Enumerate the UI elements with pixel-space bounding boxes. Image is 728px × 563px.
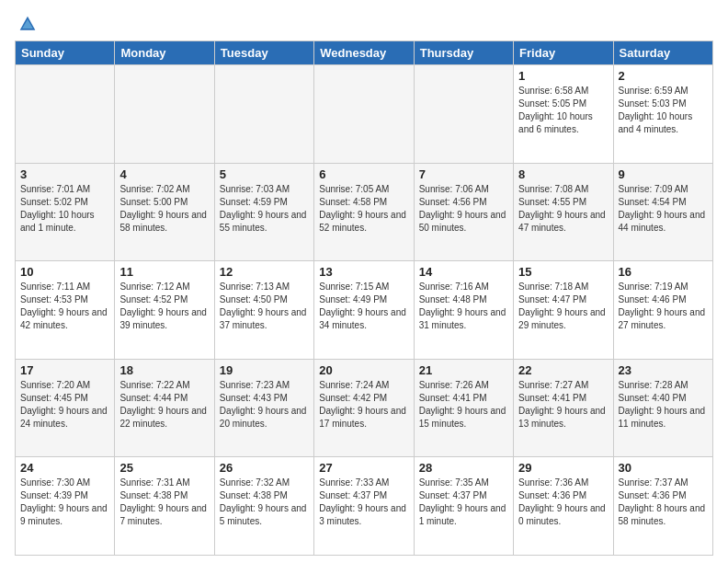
day-info: Sunrise: 7:03 AM Sunset: 4:59 PM Dayligh… bbox=[220, 183, 309, 235]
day-number: 8 bbox=[518, 167, 608, 181]
calendar-cell: 16Sunrise: 7:19 AM Sunset: 4:46 PM Dayli… bbox=[613, 261, 712, 360]
calendar-cell: 4Sunrise: 7:02 AM Sunset: 5:00 PM Daylig… bbox=[115, 163, 214, 261]
calendar-cell: 3Sunrise: 7:01 AM Sunset: 5:02 PM Daylig… bbox=[16, 163, 115, 261]
day-number: 26 bbox=[220, 461, 309, 475]
day-info: Sunrise: 7:05 AM Sunset: 4:58 PM Dayligh… bbox=[319, 183, 408, 235]
day-number: 30 bbox=[619, 461, 708, 475]
day-info: Sunrise: 7:35 AM Sunset: 4:37 PM Dayligh… bbox=[419, 477, 508, 528]
weekday-header-wednesday: Wednesday bbox=[314, 41, 414, 65]
day-info: Sunrise: 7:20 AM Sunset: 4:45 PM Dayligh… bbox=[20, 379, 109, 431]
day-number: 3 bbox=[20, 167, 109, 181]
day-number: 9 bbox=[619, 167, 708, 181]
weekday-header-saturday: Saturday bbox=[613, 41, 712, 65]
day-info: Sunrise: 7:19 AM Sunset: 4:46 PM Dayligh… bbox=[619, 281, 708, 332]
calendar-cell: 6Sunrise: 7:05 AM Sunset: 4:58 PM Daylig… bbox=[314, 163, 414, 261]
day-info: Sunrise: 7:02 AM Sunset: 5:00 PM Dayligh… bbox=[119, 183, 209, 235]
calendar-cell: 1Sunrise: 6:58 AM Sunset: 5:05 PM Daylig… bbox=[514, 65, 613, 164]
calendar-cell: 30Sunrise: 7:37 AM Sunset: 4:36 PM Dayli… bbox=[613, 457, 712, 556]
day-number: 11 bbox=[119, 265, 209, 279]
day-number: 27 bbox=[319, 461, 408, 475]
day-info: Sunrise: 7:18 AM Sunset: 4:47 PM Dayligh… bbox=[518, 281, 608, 332]
calendar-cell: 25Sunrise: 7:31 AM Sunset: 4:38 PM Dayli… bbox=[115, 457, 214, 556]
calendar-cell: 8Sunrise: 7:08 AM Sunset: 4:55 PM Daylig… bbox=[514, 163, 613, 261]
calendar-cell bbox=[115, 65, 214, 164]
day-number: 23 bbox=[619, 363, 708, 377]
day-number: 1 bbox=[518, 69, 608, 83]
day-info: Sunrise: 7:06 AM Sunset: 4:56 PM Dayligh… bbox=[419, 183, 508, 235]
logo-icon bbox=[18, 15, 37, 33]
day-number: 25 bbox=[119, 461, 209, 475]
calendar-cell: 20Sunrise: 7:24 AM Sunset: 4:42 PM Dayli… bbox=[314, 359, 414, 457]
calendar-cell: 23Sunrise: 7:28 AM Sunset: 4:40 PM Dayli… bbox=[613, 359, 712, 457]
day-number: 17 bbox=[20, 363, 109, 377]
calendar-cell: 11Sunrise: 7:12 AM Sunset: 4:52 PM Dayli… bbox=[115, 261, 214, 360]
calendar-cell bbox=[314, 65, 414, 164]
day-info: Sunrise: 7:28 AM Sunset: 4:40 PM Dayligh… bbox=[619, 379, 708, 431]
day-number: 24 bbox=[20, 461, 109, 475]
day-info: Sunrise: 7:11 AM Sunset: 4:53 PM Dayligh… bbox=[20, 281, 109, 332]
calendar-cell bbox=[214, 65, 313, 164]
day-info: Sunrise: 7:37 AM Sunset: 4:36 PM Dayligh… bbox=[619, 477, 708, 528]
day-number: 16 bbox=[619, 265, 708, 279]
day-info: Sunrise: 7:13 AM Sunset: 4:50 PM Dayligh… bbox=[220, 281, 309, 332]
calendar-cell: 17Sunrise: 7:20 AM Sunset: 4:45 PM Dayli… bbox=[16, 359, 115, 457]
day-info: Sunrise: 7:27 AM Sunset: 4:41 PM Dayligh… bbox=[518, 379, 608, 431]
day-number: 2 bbox=[619, 69, 708, 83]
weekday-header-friday: Friday bbox=[514, 41, 613, 65]
day-info: Sunrise: 7:33 AM Sunset: 4:37 PM Dayligh… bbox=[319, 477, 408, 528]
logo bbox=[15, 15, 37, 33]
day-info: Sunrise: 6:58 AM Sunset: 5:05 PM Dayligh… bbox=[518, 85, 608, 136]
day-number: 5 bbox=[220, 167, 309, 181]
day-number: 4 bbox=[119, 167, 209, 181]
calendar-cell: 14Sunrise: 7:16 AM Sunset: 4:48 PM Dayli… bbox=[414, 261, 513, 360]
day-info: Sunrise: 7:32 AM Sunset: 4:38 PM Dayligh… bbox=[220, 477, 309, 528]
page: SundayMondayTuesdayWednesdayThursdayFrid… bbox=[0, 0, 728, 563]
calendar-cell: 9Sunrise: 7:09 AM Sunset: 4:54 PM Daylig… bbox=[613, 163, 712, 261]
day-number: 6 bbox=[319, 167, 408, 181]
day-info: Sunrise: 7:24 AM Sunset: 4:42 PM Dayligh… bbox=[319, 379, 408, 431]
calendar-cell: 5Sunrise: 7:03 AM Sunset: 4:59 PM Daylig… bbox=[214, 163, 313, 261]
day-number: 19 bbox=[220, 363, 309, 377]
day-info: Sunrise: 7:09 AM Sunset: 4:54 PM Dayligh… bbox=[619, 183, 708, 235]
weekday-header-tuesday: Tuesday bbox=[214, 41, 313, 65]
calendar-cell: 12Sunrise: 7:13 AM Sunset: 4:50 PM Dayli… bbox=[214, 261, 313, 360]
day-number: 22 bbox=[518, 363, 608, 377]
day-number: 7 bbox=[419, 167, 508, 181]
day-number: 29 bbox=[518, 461, 608, 475]
weekday-header-thursday: Thursday bbox=[414, 41, 513, 65]
day-info: Sunrise: 7:15 AM Sunset: 4:49 PM Dayligh… bbox=[319, 281, 408, 332]
day-number: 21 bbox=[419, 363, 508, 377]
calendar-cell: 19Sunrise: 7:23 AM Sunset: 4:43 PM Dayli… bbox=[214, 359, 313, 457]
day-number: 28 bbox=[419, 461, 508, 475]
day-info: Sunrise: 7:22 AM Sunset: 4:44 PM Dayligh… bbox=[119, 379, 209, 431]
calendar-cell: 13Sunrise: 7:15 AM Sunset: 4:49 PM Dayli… bbox=[314, 261, 414, 360]
day-number: 18 bbox=[119, 363, 209, 377]
calendar-cell: 29Sunrise: 7:36 AM Sunset: 4:36 PM Dayli… bbox=[514, 457, 613, 556]
calendar-cell: 22Sunrise: 7:27 AM Sunset: 4:41 PM Dayli… bbox=[514, 359, 613, 457]
weekday-header-monday: Monday bbox=[115, 41, 214, 65]
day-info: Sunrise: 6:59 AM Sunset: 5:03 PM Dayligh… bbox=[619, 85, 708, 136]
day-info: Sunrise: 7:12 AM Sunset: 4:52 PM Dayligh… bbox=[119, 281, 209, 332]
calendar: SundayMondayTuesdayWednesdayThursdayFrid… bbox=[15, 40, 713, 556]
day-number: 12 bbox=[220, 265, 309, 279]
day-number: 20 bbox=[319, 363, 408, 377]
calendar-cell: 7Sunrise: 7:06 AM Sunset: 4:56 PM Daylig… bbox=[414, 163, 513, 261]
day-info: Sunrise: 7:30 AM Sunset: 4:39 PM Dayligh… bbox=[20, 477, 109, 528]
day-info: Sunrise: 7:36 AM Sunset: 4:36 PM Dayligh… bbox=[518, 477, 608, 528]
day-info: Sunrise: 7:31 AM Sunset: 4:38 PM Dayligh… bbox=[119, 477, 209, 528]
calendar-cell: 10Sunrise: 7:11 AM Sunset: 4:53 PM Dayli… bbox=[16, 261, 115, 360]
day-info: Sunrise: 7:08 AM Sunset: 4:55 PM Dayligh… bbox=[518, 183, 608, 235]
calendar-cell: 26Sunrise: 7:32 AM Sunset: 4:38 PM Dayli… bbox=[214, 457, 313, 556]
header bbox=[15, 15, 713, 33]
weekday-header-sunday: Sunday bbox=[16, 41, 115, 65]
calendar-cell: 24Sunrise: 7:30 AM Sunset: 4:39 PM Dayli… bbox=[16, 457, 115, 556]
day-number: 14 bbox=[419, 265, 508, 279]
calendar-cell: 28Sunrise: 7:35 AM Sunset: 4:37 PM Dayli… bbox=[414, 457, 513, 556]
calendar-cell: 27Sunrise: 7:33 AM Sunset: 4:37 PM Dayli… bbox=[314, 457, 414, 556]
day-info: Sunrise: 7:23 AM Sunset: 4:43 PM Dayligh… bbox=[220, 379, 309, 431]
day-info: Sunrise: 7:26 AM Sunset: 4:41 PM Dayligh… bbox=[419, 379, 508, 431]
calendar-cell bbox=[16, 65, 115, 164]
calendar-cell: 21Sunrise: 7:26 AM Sunset: 4:41 PM Dayli… bbox=[414, 359, 513, 457]
calendar-cell bbox=[414, 65, 513, 164]
day-info: Sunrise: 7:16 AM Sunset: 4:48 PM Dayligh… bbox=[419, 281, 508, 332]
